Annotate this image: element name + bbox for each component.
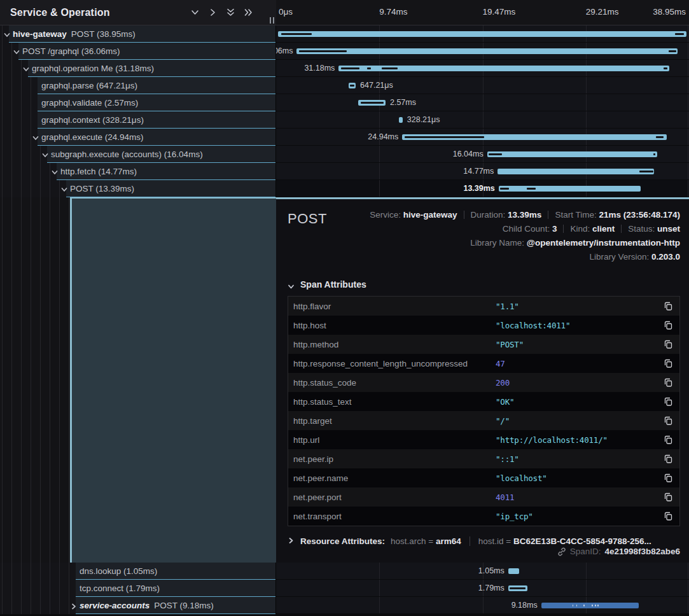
copy-icon[interactable]: [664, 473, 673, 483]
copy-icon[interactable]: [664, 339, 673, 349]
copy-icon[interactable]: [664, 416, 673, 426]
span-row[interactable]: subgraph.execute (accounts) (16.04ms)16.…: [0, 146, 689, 163]
timeline-gridline: [379, 111, 380, 128]
bar-child-marker: [669, 50, 676, 52]
bar-child-marker: [341, 67, 359, 69]
expand-all-icon[interactable]: [244, 8, 253, 17]
span-row[interactable]: graphql.parse (647.21μs)647.21μs: [0, 77, 689, 94]
span-operation-name: graphql.operation Me (31.18ms): [32, 64, 154, 73]
copy-icon[interactable]: [664, 435, 673, 445]
detail-meta-line: Service: hive-gatewayDuration: 13.39msSt…: [327, 208, 680, 222]
bar-child-marker: [489, 153, 502, 155]
copy-icon[interactable]: [664, 396, 673, 407]
span-row-label: POST /graphql (36.06ms): [22, 43, 120, 60]
copy-icon[interactable]: [664, 454, 673, 464]
span-row[interactable]: hive-gatewayPOST (38.95ms): [0, 25, 689, 43]
link-icon[interactable]: [557, 547, 566, 556]
span-row-timeline-cell: 13.39ms: [276, 180, 689, 197]
attribute-value: "::1": [496, 454, 664, 464]
meta-label: Library Name:: [470, 238, 527, 248]
copy-icon[interactable]: [664, 492, 673, 502]
meta-label: Status:: [628, 224, 657, 234]
copy-icon[interactable]: [664, 511, 673, 521]
span-row-tree-cell: graphql.validate (2.57ms): [0, 94, 276, 111]
span-row[interactable]: service-accountsPOST (9.18ms)9.18ms: [0, 597, 689, 614]
span-row[interactable]: graphql.validate (2.57ms)2.57ms: [0, 94, 689, 111]
span-row[interactable]: dns.lookup (1.05ms)1.05ms: [0, 563, 689, 580]
span-row-tree-cell: POST /graphql (36.06ms): [0, 43, 276, 60]
timeline-gridline: [688, 129, 688, 145]
timeline-gridline: [688, 163, 688, 179]
timeline-bar[interactable]: [278, 31, 686, 37]
timeline-bar[interactable]: [399, 117, 403, 123]
expand-one-icon[interactable]: [208, 8, 218, 17]
timeline-tick-label: 38.95ms: [653, 7, 686, 17]
timeline-bar[interactable]: [508, 568, 520, 574]
timeline-gridline: [688, 77, 688, 94]
attribute-row: http.flavor"1.1": [288, 297, 679, 316]
timeline-gridline: [379, 163, 380, 179]
chevron-right-icon[interactable]: [70, 601, 78, 609]
span-row[interactable]: tcp.connect (1.79ms)1.79ms: [0, 580, 689, 597]
collapse-one-icon[interactable]: [190, 8, 200, 17]
span-row-label: graphql.validate (2.57ms): [41, 94, 138, 111]
span-row-label: graphql.operation Me (31.18ms): [32, 60, 154, 77]
timeline-bar[interactable]: [498, 169, 654, 174]
chevron-down-icon[interactable]: [51, 167, 59, 175]
copy-icon[interactable]: [664, 377, 673, 388]
detail-meta: Service: hive-gatewayDuration: 13.39msSt…: [327, 208, 680, 264]
attribute-value: "/": [496, 416, 664, 426]
span-attributes-toggle[interactable]: Span Attributes: [288, 279, 680, 290]
timeline-bar[interactable]: [508, 585, 527, 591]
span-id-row: SpanID: 4e21998f3b82abe6: [557, 547, 680, 556]
span-operation-name: POST (9.18ms): [154, 601, 214, 610]
timeline-bar[interactable]: [499, 186, 641, 192]
chevron-down-icon[interactable]: [41, 150, 49, 158]
timeline-tick-label: 0μs: [279, 7, 293, 17]
timeline-bar[interactable]: [487, 151, 657, 157]
span-id-label: SpanID:: [570, 547, 601, 556]
panel-resize-handle[interactable]: [270, 17, 274, 24]
copy-icon[interactable]: [664, 320, 673, 330]
span-row-label: dns.lookup (1.05ms): [80, 563, 157, 580]
bar-child-marker: [500, 188, 509, 190]
bar-child-marker: [573, 605, 574, 606]
span-row-tree-cell: graphql.parse (647.21μs): [0, 77, 276, 94]
timeline-bar[interactable]: [402, 134, 666, 140]
span-row[interactable]: http.fetch (14.77ms)14.77ms: [0, 163, 689, 180]
span-row[interactable]: graphql.execute (24.94ms)24.94ms: [0, 129, 689, 146]
timeline-gridline: [688, 580, 688, 596]
resource-divider: [470, 536, 470, 546]
resource-attributes-row[interactable]: Resource Attributes: host.arch = arm64ho…: [288, 536, 680, 546]
chevron-down-icon[interactable]: [13, 47, 20, 55]
meta-value: 0.203.0: [651, 252, 680, 262]
meta-divider: [563, 225, 564, 233]
chevron-down-icon[interactable]: [3, 30, 11, 38]
timeline-bar[interactable]: [296, 48, 677, 54]
chevron-down-icon[interactable]: [22, 64, 30, 72]
span-row[interactable]: POST (13.39ms)13.39ms: [0, 180, 689, 197]
copy-icon[interactable]: [664, 301, 673, 311]
bar-child-marker: [299, 50, 347, 52]
chevron-down-icon[interactable]: [60, 185, 68, 192]
detail-meta-line: Library Version: 0.203.0: [327, 250, 680, 264]
attribute-key: http.status_text: [293, 397, 496, 407]
attribute-value: 47: [496, 359, 664, 368]
timeline-gridline: [688, 43, 688, 59]
span-row[interactable]: graphql.context (328.21μs)328.21μs: [0, 111, 689, 129]
span-row-tree-cell: graphql.execute (24.94ms): [0, 129, 276, 146]
span-row[interactable]: POST /graphql (36.06ms)36.06ms: [0, 43, 689, 60]
meta-label: Library Version:: [589, 252, 651, 262]
copy-icon[interactable]: [664, 358, 673, 368]
timeline-bar[interactable]: [541, 603, 639, 608]
span-detail-band: POST Service: hive-gatewayDuration: 13.3…: [0, 197, 689, 563]
timeline-bar[interactable]: [358, 100, 386, 106]
timeline-bar[interactable]: [349, 83, 356, 88]
chevron-down-icon[interactable]: [32, 133, 39, 141]
bar-child-marker: [350, 85, 355, 87]
span-row-timeline-cell: 647.21μs: [276, 77, 689, 94]
span-row-label: graphql.context (328.21μs): [41, 111, 144, 129]
span-row[interactable]: graphql.operation Me (31.18ms)31.18ms: [0, 60, 689, 77]
timeline-bar[interactable]: [338, 66, 669, 71]
collapse-all-icon[interactable]: [226, 8, 235, 17]
